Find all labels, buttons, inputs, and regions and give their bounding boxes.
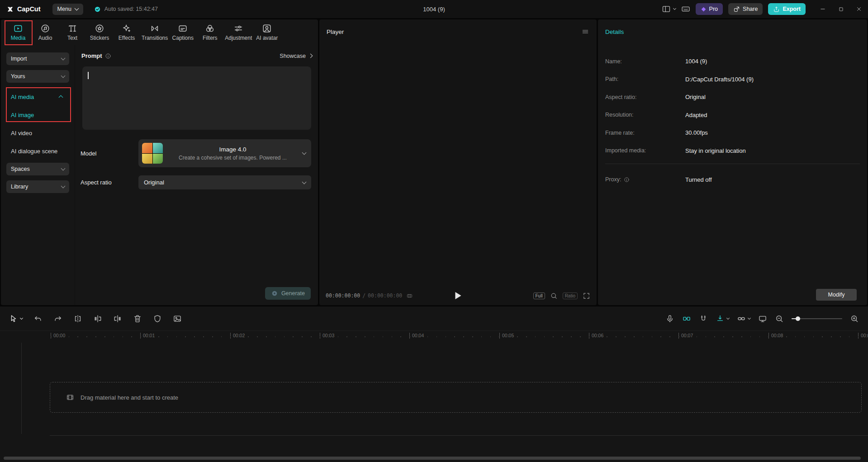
freeze-frame-button[interactable] (173, 314, 182, 323)
sidebar-item-label: AI media (11, 94, 34, 100)
timeline-dropzone[interactable]: Drag material here and start to create (50, 382, 862, 413)
redo-button[interactable] (53, 314, 62, 323)
sidebar-item-ai-video[interactable]: AI video (1, 124, 75, 142)
aspect-ratio-dropdown[interactable]: Original (138, 175, 311, 189)
tab-ai-avatar[interactable]: AI avatar (253, 19, 280, 45)
delete-button[interactable] (133, 314, 142, 323)
split-button[interactable] (73, 314, 82, 323)
zoom-preview-button[interactable] (550, 292, 558, 300)
record-voiceover-button[interactable] (665, 314, 674, 323)
play-button[interactable] (455, 292, 461, 299)
zoom-slider-knob[interactable] (796, 316, 800, 321)
tab-label: Effects (119, 35, 135, 41)
timeline-tools-right (665, 314, 859, 323)
timecode-total: 00:00:00:00 (368, 292, 402, 299)
ratio-badge[interactable]: Ratio (563, 292, 578, 299)
frame-grid-icon[interactable] (406, 292, 413, 299)
ruler-label: 00:01 (140, 333, 155, 339)
timeline-horizontal-scrollbar[interactable] (4, 457, 861, 460)
close-button[interactable] (850, 0, 868, 18)
layout-toggle-button[interactable] (662, 5, 676, 14)
showcase-link[interactable]: Showcase (280, 53, 312, 59)
sidebar-item-ai-image[interactable]: AI image (1, 106, 75, 124)
timecode-separator: / (362, 292, 365, 299)
timeline-tools-left (9, 314, 182, 323)
tab-filters[interactable]: Filters (196, 19, 223, 45)
sidebar-item-spaces[interactable]: Spaces (6, 163, 69, 175)
modify-button[interactable]: Modify (816, 289, 857, 301)
full-badge[interactable]: Full (533, 292, 545, 299)
export-label: Export (783, 6, 801, 12)
tab-label: AI avatar (256, 35, 278, 41)
share-button[interactable]: Share (728, 3, 763, 15)
preview-axis-toggle[interactable] (758, 314, 767, 323)
zoom-in-icon (850, 314, 859, 323)
layout-panels-icon (662, 5, 671, 14)
tab-adjustment[interactable]: Adjustment (223, 19, 253, 45)
timecode-current: 00:00:00:00 (326, 292, 360, 299)
delete-left-button[interactable] (93, 314, 102, 323)
tab-text[interactable]: Text (59, 19, 86, 45)
tab-label: Stickers (90, 35, 109, 41)
sidebar-item-yours[interactable]: Yours (6, 70, 69, 83)
zoom-slider[interactable] (792, 318, 842, 319)
tab-effects[interactable]: Effects (113, 19, 140, 45)
timeline-tracks[interactable]: Drag material here and start to create (0, 341, 868, 462)
model-text: Image 4.0 Create a cohesive set of image… (167, 146, 298, 161)
chevron-down-icon (302, 151, 307, 155)
pro-badge[interactable]: Pro (696, 3, 723, 15)
tab-stickers[interactable]: Stickers (86, 19, 113, 45)
magnet-icon (699, 314, 708, 323)
select-tool-icon (9, 314, 18, 323)
snap-icon (716, 314, 725, 323)
minimize-button[interactable] (814, 0, 832, 18)
titlebar: CapCut Menu Auto saved: 15:42:47 1004 (9… (0, 0, 868, 18)
sidebar-item-ai-media[interactable]: AI media (1, 88, 75, 106)
effects-sparkle-icon (122, 24, 132, 33)
model-dropdown[interactable]: Image 4.0 Create a cohesive set of image… (138, 139, 311, 167)
delete-right-button[interactable] (113, 314, 122, 323)
export-button[interactable]: Export (768, 3, 806, 15)
audio-icon (40, 24, 50, 33)
expand-icon (583, 292, 590, 300)
menu-button[interactable]: Menu (52, 4, 83, 15)
undo-button[interactable] (33, 314, 43, 323)
close-icon (856, 6, 862, 12)
generate-label: Generate (281, 290, 305, 297)
prompt-input[interactable] (82, 66, 311, 130)
chevron-down-icon (61, 166, 66, 171)
generate-sparkle-icon (271, 290, 278, 297)
chevron-down-icon (61, 56, 66, 61)
ruler-label: 00:04 (409, 333, 424, 339)
ruler-label: 00:07 (678, 333, 693, 339)
snapping-toggle[interactable] (716, 314, 729, 323)
tab-label: Adjustment (225, 35, 252, 41)
auto-ripple-toggle[interactable] (682, 314, 691, 323)
sidebar-item-import[interactable]: Import (6, 52, 69, 65)
fullscreen-button[interactable] (583, 292, 590, 300)
magnet-toggle[interactable] (699, 314, 708, 323)
tab-label: Filters (203, 35, 218, 41)
player-menu-button[interactable] (581, 28, 589, 36)
select-tool-button[interactable] (9, 314, 23, 323)
sidebar-item-ai-dialogue-scene[interactable]: AI dialogue scene (1, 142, 75, 160)
transitions-icon (150, 24, 160, 33)
tab-transitions[interactable]: Transitions (140, 19, 169, 45)
mask-button[interactable] (153, 314, 162, 323)
tab-media[interactable]: Media (5, 19, 32, 45)
linking-toggle[interactable] (737, 314, 750, 323)
tabbar: Media Audio Text Stickers Effects Transi… (1, 19, 318, 45)
generate-button[interactable]: Generate (265, 287, 311, 300)
player-title: Player (327, 28, 344, 35)
maximize-button[interactable] (832, 0, 850, 18)
tab-audio[interactable]: Audio (32, 19, 59, 45)
proxy-label-group: Proxy: (605, 176, 685, 183)
details-rows: Name: 1004 (9) Path: D:/CapCut Drafts/10… (598, 52, 867, 160)
timeline-ruler[interactable]: 00:00 00:01 00:02 00:03 00:04 00:05 00:0… (0, 331, 868, 341)
zoom-out-button[interactable] (775, 314, 784, 323)
zoom-in-button[interactable] (850, 314, 859, 323)
sidebar-item-library[interactable]: Library (6, 180, 69, 193)
tab-captions[interactable]: Captions (169, 19, 196, 45)
shortcuts-keyboard-button[interactable] (681, 5, 690, 14)
ruler-label: 00:09 (858, 333, 868, 339)
